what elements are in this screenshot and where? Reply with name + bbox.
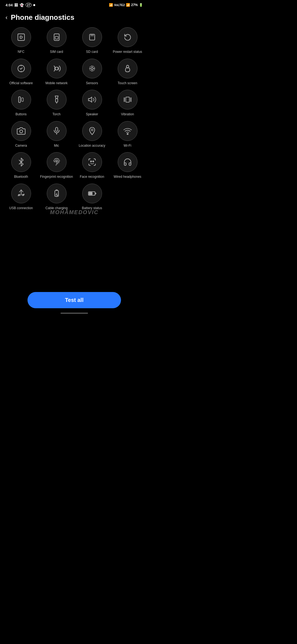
- mobile-network-label: Mobile network: [45, 81, 68, 86]
- diagnostic-item-mic[interactable]: Mic: [40, 121, 73, 148]
- vibration-icon-circle: [118, 90, 138, 110]
- diagnostic-item-buttons[interactable]: Buttons: [4, 90, 38, 117]
- svg-rect-0: [18, 34, 24, 40]
- torch-label: Torch: [53, 112, 61, 117]
- sim-card-label: SIM card: [50, 50, 63, 54]
- sd-card-label: SD card: [86, 50, 98, 54]
- nfc-icon-circle: [11, 27, 31, 47]
- home-indicator: [61, 313, 88, 314]
- official-software-icon-circle: [11, 59, 31, 78]
- bluetooth-label: Bluetooth: [14, 175, 28, 179]
- svg-rect-19: [56, 127, 58, 131]
- wifi-status-icon: 📶: [109, 3, 113, 7]
- usb-connection-label: USB connection: [9, 206, 33, 211]
- battery-status-icon-circle: [82, 184, 102, 203]
- diagnostic-item-official-software[interactable]: Official software: [4, 59, 38, 86]
- location-accuracy-icon-circle: [82, 121, 102, 141]
- status-left: 4:04 🖼 👻 27: [6, 3, 35, 7]
- diagnostic-item-nfc[interactable]: NFC: [4, 27, 38, 54]
- cable-charging-label: Cable charging: [45, 206, 68, 211]
- bluetooth-icon-circle: [11, 152, 31, 172]
- mobile-network-icon-circle: [47, 59, 67, 78]
- sensors-icon-circle: [82, 59, 102, 78]
- sensors-label: Sensors: [86, 81, 98, 86]
- diagnostic-item-usb-connection[interactable]: USB connection: [4, 184, 38, 211]
- page-title: Phone diagnostics: [11, 13, 74, 22]
- svg-rect-12: [18, 97, 20, 103]
- diagnostic-item-sd-card[interactable]: SD card: [75, 27, 109, 54]
- test-all-button[interactable]: Test all: [28, 292, 121, 308]
- svg-point-23: [90, 161, 92, 162]
- diagnostic-item-power-restart[interactable]: Power restart status: [111, 27, 144, 54]
- photo-icon: 🖼: [14, 3, 18, 7]
- notif-count: 27: [26, 3, 32, 7]
- battery-status-label: Battery status: [82, 206, 102, 211]
- svg-point-22: [127, 133, 128, 134]
- diagnostic-item-torch[interactable]: Torch: [40, 90, 73, 117]
- diagnostic-item-touch-screen[interactable]: Touch screen: [111, 59, 144, 86]
- diagnostic-item-vibration[interactable]: Vibration: [111, 90, 144, 117]
- power-restart-label: Power restart status: [113, 50, 142, 54]
- diagnostic-item-camera[interactable]: Camera: [4, 121, 38, 148]
- official-software-label: Official software: [9, 81, 33, 86]
- diagnostics-grid-container: NFCSIM cardSD cardPower restart statusOf…: [0, 27, 148, 288]
- svg-rect-1: [54, 34, 59, 40]
- buttons-label: Buttons: [15, 112, 27, 117]
- diagnostic-item-bluetooth[interactable]: Bluetooth: [4, 152, 38, 179]
- bottom-area: Test all: [0, 288, 148, 322]
- svg-rect-14: [56, 99, 58, 102]
- back-button[interactable]: ‹: [6, 14, 7, 21]
- svg-point-11: [127, 67, 128, 68]
- diagnostic-item-sensors[interactable]: Sensors: [75, 59, 109, 86]
- fingerprint-label: Fingerprint recognition: [40, 175, 73, 179]
- notif-dot: [33, 4, 35, 6]
- battery-percent: 27%: [131, 3, 138, 7]
- svg-marker-16: [88, 97, 92, 102]
- svg-rect-17: [126, 97, 129, 102]
- mic-label: Mic: [54, 144, 59, 148]
- diagnostic-item-wifi[interactable]: Wi-Fi: [111, 121, 144, 148]
- camera-icon-circle: [11, 121, 31, 141]
- battery-icon: 🔋: [139, 3, 143, 7]
- diagnostic-item-location-accuracy[interactable]: Location accuracy: [75, 121, 109, 148]
- diagnostic-item-fingerprint[interactable]: Fingerprint recognition: [40, 152, 73, 179]
- diagnostics-grid: NFCSIM cardSD cardPower restart statusOf…: [4, 27, 144, 211]
- touch-screen-icon-circle: [118, 59, 138, 78]
- nfc-label: NFC: [18, 50, 24, 54]
- diagnostic-item-wired-headphones[interactable]: Wired headphones: [111, 152, 144, 179]
- diagnostic-item-face-recognition[interactable]: Face recognition: [75, 152, 109, 179]
- svg-point-18: [20, 130, 23, 133]
- diagnostic-item-cable-charging[interactable]: Cable charging: [40, 184, 73, 211]
- location-accuracy-label: Location accuracy: [79, 144, 105, 148]
- power-restart-icon-circle: [118, 27, 138, 47]
- svg-point-8: [55, 67, 58, 70]
- diagnostic-item-battery-status[interactable]: Battery status: [75, 184, 109, 211]
- face-recognition-icon-circle: [82, 152, 102, 172]
- svg-point-24: [93, 161, 94, 162]
- camera-label: Camera: [15, 144, 27, 148]
- usb-connection-icon-circle: [11, 184, 31, 203]
- mic-icon-circle: [47, 121, 67, 141]
- fingerprint-icon-circle: [47, 152, 67, 172]
- wifi-icon-circle: [118, 121, 138, 141]
- time: 4:04: [6, 3, 13, 7]
- status-bar: 4:04 🖼 👻 27 📶 VoLTE2 📶 27% 🔋: [0, 0, 148, 9]
- signal-icon: 📶: [126, 3, 130, 7]
- diagnostic-item-speaker[interactable]: Speaker: [75, 90, 109, 117]
- diagnostic-item-sim-card[interactable]: SIM card: [40, 27, 73, 54]
- svg-point-21: [91, 129, 93, 131]
- diagnostic-item-mobile-network[interactable]: Mobile network: [40, 59, 73, 86]
- sd-card-icon-circle: [82, 27, 102, 47]
- page-header: ‹ Phone diagnostics: [0, 9, 148, 27]
- vibration-label: Vibration: [121, 112, 134, 117]
- svg-rect-2: [55, 36, 58, 39]
- status-right: 📶 VoLTE2 📶 27% 🔋: [109, 3, 143, 7]
- lte-icon: VoLTE2: [114, 3, 125, 7]
- wired-headphones-label: Wired headphones: [114, 175, 141, 179]
- svg-rect-13: [21, 98, 23, 102]
- snapchat-icon: 👻: [20, 3, 24, 7]
- wifi-label: Wi-Fi: [124, 144, 131, 148]
- buttons-icon-circle: [11, 90, 31, 110]
- face-recognition-label: Face recognition: [80, 175, 104, 179]
- speaker-icon-circle: [82, 90, 102, 110]
